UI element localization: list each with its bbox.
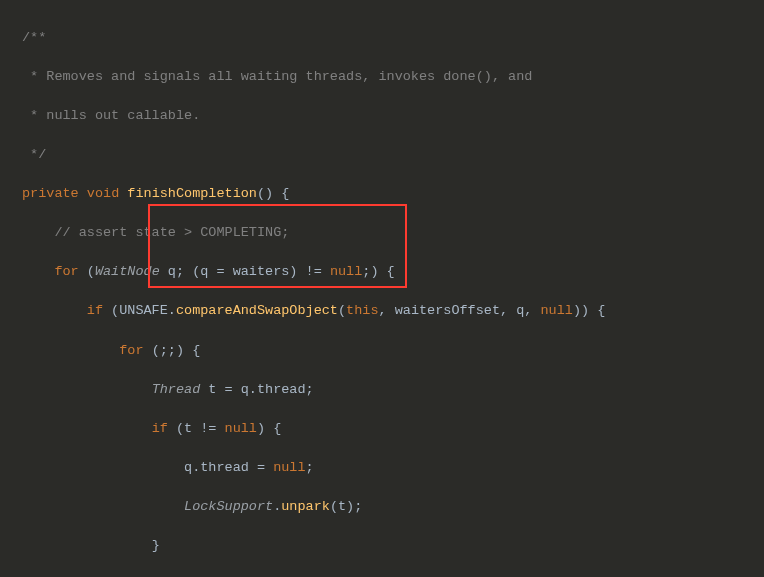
code-line: for (;;) { (0, 341, 764, 361)
code-line: if (t != null) { (0, 419, 764, 439)
code-line: /** (0, 28, 764, 48)
ident: (UNSAFE. (103, 303, 176, 318)
code-line: // assert state > COMPLETING; (0, 223, 764, 243)
type: LockSupport (184, 499, 273, 514)
punc: ;) { (362, 264, 394, 279)
type: WaitNode (95, 264, 160, 279)
kw-null: null (541, 303, 573, 318)
kw-null: null (225, 421, 257, 436)
code-line: for (WaitNode q; (q = waiters) != null;)… (0, 262, 764, 282)
kw-private: private (22, 186, 79, 201)
code-line: * nulls out callable. (0, 106, 764, 126)
indent (22, 538, 152, 553)
indent (22, 303, 87, 318)
comment: /** (22, 30, 46, 45)
kw-null: null (330, 264, 362, 279)
code-line: private void finishCompletion() { (0, 184, 764, 204)
method-call: unpark (281, 499, 330, 514)
ident: , waitersOffset, q, (378, 303, 540, 318)
punc: () { (257, 186, 289, 201)
ident: (t); (330, 499, 362, 514)
code-line: */ (0, 145, 764, 165)
indent (22, 264, 54, 279)
kw-for: for (54, 264, 78, 279)
punc: ( (79, 264, 95, 279)
punc: } (152, 538, 160, 553)
punc: (;;) { (144, 343, 201, 358)
comment: // assert state > COMPLETING; (22, 225, 289, 240)
kw-if: if (152, 421, 168, 436)
kw-null: null (273, 460, 305, 475)
ident: (t != (168, 421, 225, 436)
punc: ; (306, 460, 314, 475)
code-line: } (0, 536, 764, 556)
code-editor[interactable]: /** * Removes and signals all waiting th… (0, 0, 764, 577)
comment: */ (22, 147, 46, 162)
punc: ( (338, 303, 346, 318)
comment: * Removes and signals all waiting thread… (22, 69, 532, 84)
kw-this: this (346, 303, 378, 318)
ident: q.thread = (184, 460, 273, 475)
method-name: finishCompletion (127, 186, 257, 201)
indent (22, 343, 119, 358)
ident: t = q.thread; (200, 382, 313, 397)
comment: * nulls out callable. (22, 108, 200, 123)
indent (22, 421, 152, 436)
kw-if: if (87, 303, 103, 318)
punc: )) { (573, 303, 605, 318)
indent (22, 460, 184, 475)
method-call: compareAndSwapObject (176, 303, 338, 318)
code-line: * Removes and signals all waiting thread… (0, 67, 764, 87)
code-line: LockSupport.unpark(t); (0, 497, 764, 517)
code-line: Thread t = q.thread; (0, 380, 764, 400)
indent (22, 499, 184, 514)
code-line: q.thread = null; (0, 458, 764, 478)
code-line: if (UNSAFE.compareAndSwapObject(this, wa… (0, 301, 764, 321)
kw-void: void (87, 186, 119, 201)
indent (22, 382, 152, 397)
punc: ) { (257, 421, 281, 436)
type: Thread (152, 382, 201, 397)
ident: q; (q = waiters) != (160, 264, 330, 279)
kw-for: for (119, 343, 143, 358)
